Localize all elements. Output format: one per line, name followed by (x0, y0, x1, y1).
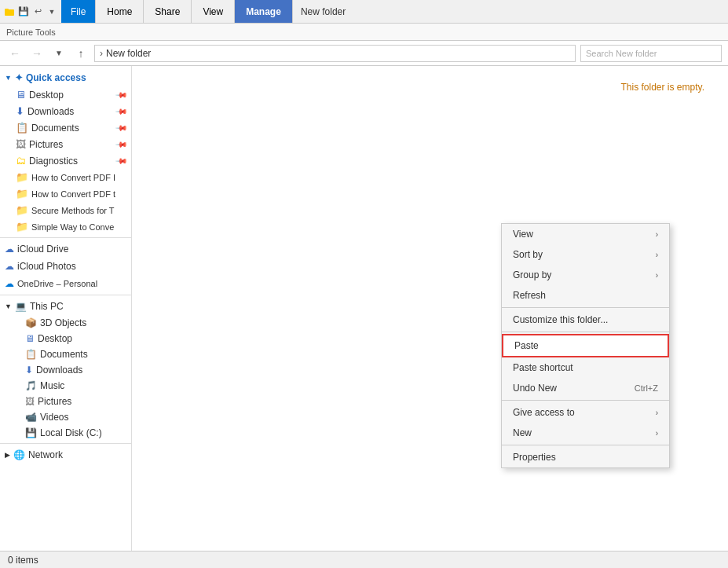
ctx-group-by[interactable]: Group by › (502, 265, 669, 285)
ctx-paste[interactable]: Paste (502, 334, 669, 357)
sidebar-item-label: OneDrive – Personal (17, 279, 97, 288)
sidebar-item-label: Pictures (38, 396, 71, 407)
ctx-paste-shortcut[interactable]: Paste shortcut (502, 357, 669, 378)
sidebar-item-music[interactable]: 🎵 Music (0, 378, 131, 394)
sidebar-item-label: Desktop (38, 333, 72, 344)
pin-icon: 📌 (115, 154, 128, 167)
sidebar-item-label: iCloud Photos (17, 261, 76, 272)
sidebar-item-simple[interactable]: 📁 Simple Way to Conve (0, 218, 131, 235)
diagnostics-icon: 🗂 (16, 155, 26, 167)
sidebar-item-documents[interactable]: 📋 Documents 📌 (0, 119, 131, 136)
folder-icon: 📁 (16, 188, 28, 200)
tab-share[interactable]: Share (144, 0, 192, 23)
icloud-photos-icon: ☁ (5, 261, 14, 272)
pin-icon: 📌 (115, 121, 128, 134)
ctx-paste-label: Paste (514, 340, 539, 351)
sidebar-item-videos[interactable]: 📹 Videos (0, 409, 131, 425)
sidebar-item-desktop2[interactable]: 🖥 Desktop (0, 331, 131, 346)
ctx-properties-label: Properties (513, 452, 556, 463)
sidebar-item-documents2[interactable]: 📋 Documents (0, 346, 131, 362)
sidebar-item-downloads[interactable]: ⬇ Downloads 📌 (0, 103, 131, 119)
sidebar-item-localdisk[interactable]: 💾 Local Disk (C:) (0, 425, 131, 441)
pin-icon: 📌 (115, 104, 128, 117)
folder-icon-small (3, 5, 16, 18)
sidebar-item-label: iCloud Drive (17, 244, 68, 255)
ctx-undo-new[interactable]: Undo New Ctrl+Z (502, 378, 669, 398)
ctx-view[interactable]: View › (502, 224, 669, 244)
sidebar-item-diagnostics[interactable]: 🗂 Diagnostics 📌 (0, 152, 131, 169)
ctx-separator3 (502, 400, 669, 401)
ctx-refresh[interactable]: Refresh (502, 285, 669, 306)
ctx-paste-shortcut-label: Paste shortcut (513, 362, 573, 373)
up-button[interactable]: ↑ (72, 45, 90, 62)
sidebar-this-pc[interactable]: ▼ 💻 This PC (0, 298, 131, 315)
ctx-give-access[interactable]: Give access to › (502, 402, 669, 423)
sidebar-item-downloads2[interactable]: ⬇ Downloads (0, 362, 131, 378)
ribbon: Picture Tools (0, 24, 728, 41)
sidebar-item-label: Desktop (29, 90, 64, 101)
ctx-new[interactable]: New › (502, 423, 669, 443)
sidebar-item-label: Documents (31, 123, 79, 134)
ctx-arrow: › (656, 230, 658, 239)
ctx-separator4 (502, 445, 669, 445)
dropdown-icon[interactable]: ▼ (46, 5, 58, 18)
sidebar-item-pictures[interactable]: 🖼 Pictures 📌 (0, 136, 131, 152)
sidebar-item-3dobjects[interactable]: 📦 3D Objects (0, 315, 131, 331)
sidebar-item-label: Music (40, 380, 64, 391)
ctx-undo-new-shortcut: Ctrl+Z (635, 383, 658, 393)
music-icon: 🎵 (25, 380, 37, 391)
sidebar-item-desktop[interactable]: 🖥 Desktop 📌 (0, 86, 131, 103)
tab-new-folder-label: New folder (293, 0, 353, 23)
title-bar-left: 💾 ↩ ▼ (0, 0, 61, 23)
quick-access-label: Quick access (26, 72, 86, 83)
sidebar-network[interactable]: ▶ 🌐 Network (0, 446, 131, 464)
address-path[interactable]: › New folder (94, 45, 576, 62)
sidebar-item-label: Downloads (27, 106, 74, 117)
ctx-sort-label: Sort by (513, 249, 543, 260)
sidebar-item-label: Diagnostics (29, 156, 78, 167)
sidebar-item-pictures2[interactable]: 🖼 Pictures (0, 394, 131, 409)
sidebar-item-label: Videos (40, 412, 68, 423)
empty-folder-message: This folder is empty. (621, 82, 704, 93)
ctx-arrow: › (656, 251, 658, 259)
pictures-icon: 🖼 (16, 138, 26, 150)
expand-icon2: ▶ (5, 451, 10, 459)
ctx-properties[interactable]: Properties (502, 447, 669, 467)
svg-rect-1 (5, 9, 9, 11)
search-box[interactable]: Search New folder (580, 45, 722, 62)
address-bar: ← → ▼ ↑ › New folder Search New folder (0, 41, 728, 66)
sidebar-onedrive[interactable]: ☁ OneDrive – Personal (0, 275, 131, 292)
ctx-arrow: › (656, 271, 658, 280)
ctx-view-label: View (513, 229, 533, 240)
sidebar-item-label: Documents (40, 349, 88, 360)
recent-locations-button[interactable]: ▼ (50, 45, 68, 62)
onedrive-icon: ☁ (5, 278, 14, 289)
tab-manage[interactable]: Manage (235, 0, 293, 23)
folder-icon: 📁 (16, 221, 28, 233)
sidebar-icloud-drive[interactable]: ☁ iCloud Drive (0, 240, 131, 258)
back-button[interactable]: ← (6, 45, 24, 62)
undo-icon[interactable]: ↩ (31, 5, 44, 18)
sidebar-item-label: Local Disk (C:) (40, 427, 102, 438)
tab-view[interactable]: View (192, 0, 235, 23)
sidebar-item-pdf1[interactable]: 📁 How to Convert PDF I (0, 169, 131, 185)
icloud-icon: ☁ (5, 244, 14, 255)
sidebar-item-label: How to Convert PDF I (31, 173, 115, 182)
ctx-arrow: › (656, 409, 658, 417)
forward-button[interactable]: → (28, 45, 46, 62)
ctx-sort-by[interactable]: Sort by › (502, 244, 669, 265)
tab-file[interactable]: File (61, 0, 96, 23)
sidebar-item-pdf2[interactable]: 📁 How to Convert PDF t (0, 185, 131, 202)
tab-home[interactable]: Home (96, 0, 144, 23)
sidebar-item-secure[interactable]: 📁 Secure Methods for T (0, 202, 131, 218)
sidebar-icloud-photos[interactable]: ☁ iCloud Photos (0, 258, 131, 275)
title-bar: 💾 ↩ ▼ File Home Share View Manage New fo… (0, 0, 728, 24)
ctx-customize[interactable]: Customize this folder... (502, 310, 669, 330)
ctx-separator1 (502, 307, 669, 308)
pc-icon: 💻 (15, 301, 27, 312)
sidebar-quick-access-header[interactable]: ▼ ✦ Quick access (0, 69, 131, 86)
star-icon: ✦ (15, 72, 23, 83)
desktop-icon: 🖥 (16, 89, 26, 101)
save-icon[interactable]: 💾 (17, 5, 30, 18)
ribbon-picture-tools-label: Picture Tools (6, 27, 56, 37)
